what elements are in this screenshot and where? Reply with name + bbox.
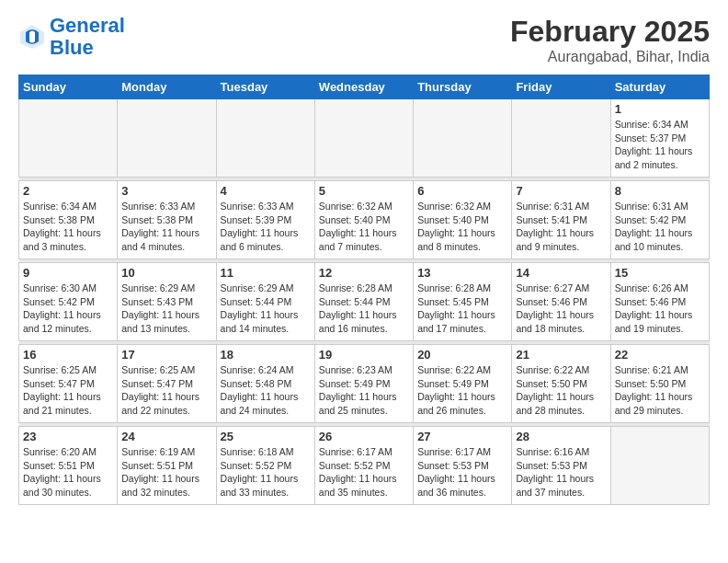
calendar-cell-w4-d3: 18Sunrise: 6:24 AM Sunset: 5:48 PM Dayli… [216,345,314,423]
day-info: Sunrise: 6:26 AM Sunset: 5:46 PM Dayligh… [615,282,705,336]
calendar-cell-w5-d5: 27Sunrise: 6:17 AM Sunset: 5:53 PM Dayli… [414,427,512,505]
calendar-cell-w4-d7: 22Sunrise: 6:21 AM Sunset: 5:50 PM Dayli… [610,345,709,423]
day-info: Sunrise: 6:34 AM Sunset: 5:37 PM Dayligh… [615,118,705,172]
week-row-3: 9Sunrise: 6:30 AM Sunset: 5:42 PM Daylig… [19,263,710,341]
calendar-header-row: Sunday Monday Tuesday Wednesday Thursday… [19,75,710,99]
calendar-cell-w1-d5 [414,99,512,178]
col-thursday: Thursday [414,75,512,99]
day-info: Sunrise: 6:23 AM Sunset: 5:49 PM Dayligh… [319,363,409,418]
day-number: 1 [615,102,705,116]
calendar-cell-w2-d1: 2Sunrise: 6:34 AM Sunset: 5:38 PM Daylig… [19,181,118,259]
calendar-cell-w3-d3: 11Sunrise: 6:29 AM Sunset: 5:44 PM Dayli… [216,263,314,341]
day-number: 13 [417,266,507,280]
logo-blue: Blue [50,36,94,59]
calendar-cell-w1-d1 [19,99,118,178]
calendar-cell-w3-d2: 10Sunrise: 6:29 AM Sunset: 5:43 PM Dayli… [118,263,216,341]
calendar-cell-w4-d4: 19Sunrise: 6:23 AM Sunset: 5:49 PM Dayli… [314,345,413,423]
day-info: Sunrise: 6:20 AM Sunset: 5:51 PM Dayligh… [23,445,113,500]
day-number: 25 [221,430,311,443]
day-number: 3 [121,184,211,198]
day-number: 7 [516,184,606,198]
day-info: Sunrise: 6:34 AM Sunset: 5:38 PM Dayligh… [23,200,113,254]
day-info: Sunrise: 6:22 AM Sunset: 5:50 PM Dayligh… [516,363,606,418]
day-info: Sunrise: 6:30 AM Sunset: 5:42 PM Dayligh… [23,282,113,336]
calendar-cell-w2-d4: 5Sunrise: 6:32 AM Sunset: 5:40 PM Daylig… [314,181,413,259]
calendar-cell-w4-d6: 21Sunrise: 6:22 AM Sunset: 5:50 PM Dayli… [512,345,610,423]
day-number: 11 [221,266,311,280]
day-info: Sunrise: 6:28 AM Sunset: 5:44 PM Dayligh… [319,282,409,336]
calendar-cell-w2-d7: 8Sunrise: 6:31 AM Sunset: 5:42 PM Daylig… [610,181,709,259]
calendar-cell-w5-d2: 24Sunrise: 6:19 AM Sunset: 5:51 PM Dayli… [118,427,216,505]
week-row-1: 1Sunrise: 6:34 AM Sunset: 5:37 PM Daylig… [19,99,710,178]
day-number: 21 [516,348,606,362]
day-info: Sunrise: 6:16 AM Sunset: 5:53 PM Dayligh… [516,445,606,500]
col-wednesday: Wednesday [314,75,413,99]
calendar-cell-w5-d1: 23Sunrise: 6:20 AM Sunset: 5:51 PM Dayli… [19,427,118,505]
subtitle: Aurangabad, Bihar, India [510,49,710,65]
calendar-cell-w5-d6: 28Sunrise: 6:16 AM Sunset: 5:53 PM Dayli… [512,427,610,505]
day-number: 19 [319,348,409,362]
calendar-cell-w3-d4: 12Sunrise: 6:28 AM Sunset: 5:44 PM Dayli… [314,263,413,341]
day-info: Sunrise: 6:32 AM Sunset: 5:40 PM Dayligh… [417,200,507,254]
day-info: Sunrise: 6:17 AM Sunset: 5:52 PM Dayligh… [319,445,409,500]
day-info: Sunrise: 6:19 AM Sunset: 5:51 PM Dayligh… [121,445,211,500]
calendar-cell-w1-d7: 1Sunrise: 6:34 AM Sunset: 5:37 PM Daylig… [610,99,709,178]
day-info: Sunrise: 6:31 AM Sunset: 5:41 PM Dayligh… [516,200,606,254]
calendar-cell-w4-d2: 17Sunrise: 6:25 AM Sunset: 5:47 PM Dayli… [118,345,216,423]
col-saturday: Saturday [610,75,709,99]
day-number: 8 [615,184,705,198]
day-number: 5 [319,184,409,198]
calendar-cell-w2-d2: 3Sunrise: 6:33 AM Sunset: 5:38 PM Daylig… [118,181,216,259]
calendar-cell-w4-d1: 16Sunrise: 6:25 AM Sunset: 5:47 PM Dayli… [19,345,118,423]
calendar-cell-w1-d6 [512,99,610,178]
day-info: Sunrise: 6:29 AM Sunset: 5:44 PM Dayligh… [221,282,311,336]
calendar-cell-w2-d3: 4Sunrise: 6:33 AM Sunset: 5:39 PM Daylig… [216,181,314,259]
day-number: 23 [23,430,113,443]
calendar-cell-w3-d6: 14Sunrise: 6:27 AM Sunset: 5:46 PM Dayli… [512,263,610,341]
title-block: February 2025 Aurangabad, Bihar, India [510,15,710,65]
day-info: Sunrise: 6:22 AM Sunset: 5:49 PM Dayligh… [417,363,507,418]
day-number: 15 [615,266,705,280]
day-number: 20 [417,348,507,362]
main-title: February 2025 [510,15,710,49]
logo-general: General [50,14,125,37]
col-friday: Friday [512,75,610,99]
calendar-table: Sunday Monday Tuesday Wednesday Thursday… [18,75,710,505]
day-info: Sunrise: 6:25 AM Sunset: 5:47 PM Dayligh… [121,363,211,418]
week-row-4: 16Sunrise: 6:25 AM Sunset: 5:47 PM Dayli… [19,345,710,423]
col-sunday: Sunday [19,75,118,99]
day-number: 16 [23,348,113,362]
calendar-cell-w3-d5: 13Sunrise: 6:28 AM Sunset: 5:45 PM Dayli… [414,263,512,341]
day-number: 24 [121,430,211,443]
col-monday: Monday [118,75,216,99]
day-info: Sunrise: 6:27 AM Sunset: 5:46 PM Dayligh… [516,282,606,336]
logo: General Blue [18,15,125,59]
day-info: Sunrise: 6:33 AM Sunset: 5:38 PM Dayligh… [121,200,211,254]
day-number: 26 [319,430,409,443]
calendar-cell-w5-d3: 25Sunrise: 6:18 AM Sunset: 5:52 PM Dayli… [216,427,314,505]
logo-icon [18,23,46,51]
week-row-5: 23Sunrise: 6:20 AM Sunset: 5:51 PM Dayli… [19,427,710,505]
day-number: 12 [319,266,409,280]
calendar-cell-w2-d5: 6Sunrise: 6:32 AM Sunset: 5:40 PM Daylig… [414,181,512,259]
day-info: Sunrise: 6:25 AM Sunset: 5:47 PM Dayligh… [23,363,113,418]
day-info: Sunrise: 6:17 AM Sunset: 5:53 PM Dayligh… [417,445,507,500]
day-info: Sunrise: 6:31 AM Sunset: 5:42 PM Dayligh… [615,200,705,254]
day-number: 27 [417,430,507,443]
day-number: 28 [516,430,606,443]
day-number: 6 [417,184,507,198]
day-number: 14 [516,266,606,280]
calendar-cell-w1-d3 [216,99,314,178]
col-tuesday: Tuesday [216,75,314,99]
logo-text: General Blue [50,15,125,59]
day-number: 22 [615,348,705,362]
calendar-cell-w5-d4: 26Sunrise: 6:17 AM Sunset: 5:52 PM Dayli… [314,427,413,505]
day-number: 9 [23,266,113,280]
day-info: Sunrise: 6:29 AM Sunset: 5:43 PM Dayligh… [121,282,211,336]
calendar-cell-w1-d2 [118,99,216,178]
day-number: 18 [221,348,311,362]
day-info: Sunrise: 6:28 AM Sunset: 5:45 PM Dayligh… [417,282,507,336]
day-number: 17 [121,348,211,362]
day-number: 2 [23,184,113,198]
calendar-cell-w3-d7: 15Sunrise: 6:26 AM Sunset: 5:46 PM Dayli… [610,263,709,341]
